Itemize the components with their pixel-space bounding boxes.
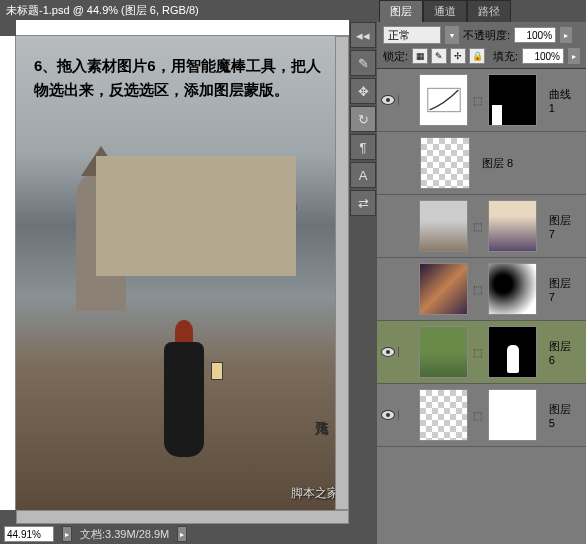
lantern	[211, 362, 223, 380]
link-icon[interactable]: ⬚	[474, 283, 482, 295]
horizontal-ruler[interactable]	[16, 20, 349, 36]
swap-tool-icon[interactable]: ⇄	[350, 190, 376, 216]
layer-thumb[interactable]	[419, 389, 468, 441]
document-title: 未标题-1.psd @ 44.9% (图层 6, RGB/8)	[0, 0, 349, 20]
layer-name[interactable]: 图层 8	[482, 156, 513, 171]
link-icon[interactable]: ⬚	[474, 346, 482, 358]
info-arrow-icon[interactable]: ▸	[177, 526, 187, 542]
opacity-arrow-icon[interactable]: ▸	[560, 27, 572, 43]
watermark: 脚本之家	[291, 485, 339, 502]
zoom-input[interactable]	[4, 526, 54, 542]
layer-row[interactable]: ⬚ 曲线 1	[377, 69, 586, 132]
building-image	[96, 156, 296, 276]
collapse-arrow-icon[interactable]: ◂◂	[350, 22, 376, 48]
type-tool-icon[interactable]: ¶	[350, 134, 376, 160]
blend-dropdown-icon[interactable]: ▾	[445, 26, 459, 44]
link-icon[interactable]: ⬚	[474, 94, 482, 106]
lock-label: 锁定:	[383, 49, 408, 64]
horizontal-scrollbar[interactable]	[16, 510, 349, 524]
vertical-ruler[interactable]	[0, 36, 16, 510]
layer-thumb[interactable]	[420, 137, 470, 189]
layer-thumb[interactable]	[419, 200, 468, 252]
layer-mask-thumb[interactable]	[488, 263, 537, 315]
layer-row[interactable]: ⬚ 图层 5	[377, 384, 586, 447]
layer-mask-thumb[interactable]	[488, 326, 537, 378]
link-icon[interactable]: ⬚	[474, 409, 482, 421]
fill-input[interactable]	[522, 48, 564, 64]
tab-layers[interactable]: 图层	[379, 0, 423, 22]
layer-mask-thumb[interactable]	[488, 389, 537, 441]
eye-icon	[381, 410, 395, 420]
layer-name[interactable]: 图层 5	[549, 402, 579, 429]
fill-label: 填充:	[493, 49, 518, 64]
brush-tool-icon[interactable]: ✎	[350, 50, 376, 76]
zoom-arrow-icon[interactable]: ▸	[62, 526, 72, 542]
panel-tabs: 图层 通道 路径	[377, 0, 586, 22]
opacity-label: 不透明度:	[463, 28, 510, 43]
layer-row[interactable]: 图层 8	[377, 132, 586, 195]
character-tool-icon[interactable]: A	[350, 162, 376, 188]
history-brush-icon[interactable]: ↻	[350, 106, 376, 132]
blend-mode-select[interactable]: 正常	[383, 26, 441, 44]
layer-name[interactable]: 曲线 1	[549, 87, 579, 114]
lock-all-icon[interactable]: 🔒	[469, 48, 485, 64]
layer-thumb[interactable]	[419, 326, 468, 378]
layer-name[interactable]: 图层 6	[549, 339, 579, 366]
layer-row[interactable]: ⬚ 图层 7	[377, 258, 586, 321]
status-bar: ▸ 文档:3.39M/28.9M ▸	[0, 524, 349, 544]
layer-list[interactable]: ⬚ 曲线 1 图层 8 ⬚ 图层 7	[377, 69, 586, 544]
layer-thumb[interactable]	[419, 263, 468, 315]
fill-arrow-icon[interactable]: ▸	[568, 48, 580, 64]
layer-mask-thumb[interactable]	[488, 74, 537, 126]
layer-row[interactable]: ⬚ 图层 7	[377, 195, 586, 258]
lock-pixels-icon[interactable]: ✎	[431, 48, 447, 64]
eye-icon	[381, 95, 395, 105]
lock-transparency-icon[interactable]: ▦	[412, 48, 428, 64]
file-info: 文档:3.39M/28.9M	[80, 527, 169, 542]
vertical-toolbar: ◂◂ ✎ ✥ ↻ ¶ A ⇄	[349, 0, 377, 544]
person-figure	[161, 320, 206, 460]
eye-icon	[381, 347, 395, 357]
layer-name[interactable]: 图层 7	[549, 276, 579, 303]
lock-position-icon[interactable]: ✢	[450, 48, 466, 64]
tab-paths[interactable]: 路径	[467, 0, 511, 22]
curves-adjustment-icon[interactable]	[419, 74, 468, 126]
layer-row[interactable]: ⬚ 图层 6	[377, 321, 586, 384]
visibility-toggle[interactable]	[379, 95, 399, 105]
signature-stamp: 飞传第八	[291, 410, 331, 470]
link-icon[interactable]: ⬚	[474, 220, 482, 232]
instruction-text: 6、拖入素材图片6，用智能魔棒工具，把人物选出来，反选选区，添加图层蒙版。	[34, 54, 331, 102]
clone-tool-icon[interactable]: ✥	[350, 78, 376, 104]
opacity-input[interactable]	[514, 27, 556, 43]
vertical-scrollbar[interactable]	[335, 36, 349, 510]
layer-name[interactable]: 图层 7	[549, 213, 579, 240]
visibility-toggle[interactable]	[379, 347, 399, 357]
canvas[interactable]: 6、拖入素材图片6，用智能魔棒工具，把人物选出来，反选选区，添加图层蒙版。 照片…	[16, 36, 349, 510]
layer-mask-thumb[interactable]	[488, 200, 537, 252]
visibility-toggle[interactable]	[379, 410, 399, 420]
tab-channels[interactable]: 通道	[423, 0, 467, 22]
